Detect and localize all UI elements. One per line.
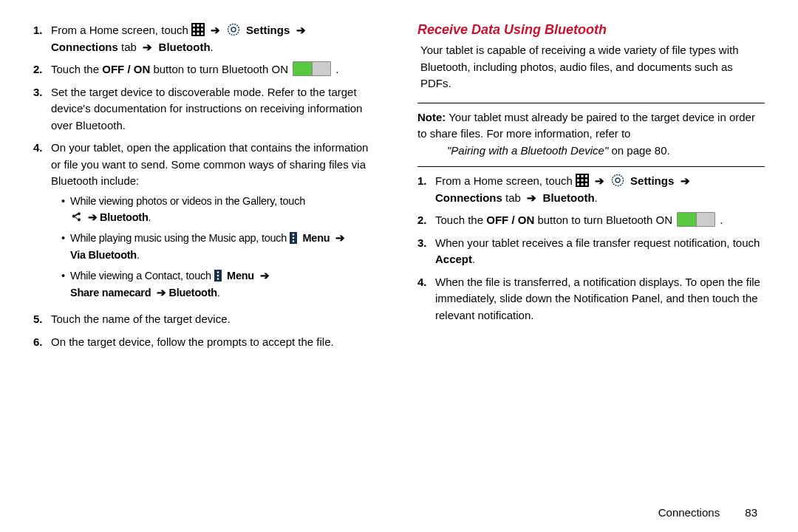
- page-footer: Connections 83: [658, 506, 757, 519]
- svg-rect-8: [197, 33, 200, 35]
- via-bluetooth-label: Via Bluetooth: [70, 249, 137, 261]
- note-label: Note:: [417, 111, 446, 123]
- svg-rect-25: [582, 180, 584, 182]
- svg-rect-22: [582, 175, 584, 177]
- step-number: 4.: [417, 274, 435, 324]
- svg-rect-21: [577, 175, 579, 177]
- step-number: 2.: [417, 212, 435, 229]
- step-number: 2.: [33, 61, 51, 78]
- text: While playing music using the Music app,…: [70, 232, 290, 244]
- step-number: 1.: [417, 173, 435, 206]
- arrow: ➔: [157, 287, 166, 299]
- right-column: Receive Data Using Bluetooth Your tablet…: [417, 22, 765, 525]
- arrow: ➔: [88, 211, 98, 223]
- bluetooth-label: Bluetooth: [100, 211, 148, 223]
- apps-grid-icon: [191, 23, 205, 36]
- left-steps: 1. From a Home screen, touch ➔ Settings …: [33, 22, 381, 350]
- step-number: 5.: [33, 311, 51, 328]
- note-reference: "Pairing with a Bluetooth Device": [447, 144, 608, 157]
- step-number: 4.: [33, 140, 51, 305]
- arrow: ➔: [260, 270, 270, 282]
- svg-rect-7: [193, 33, 195, 35]
- share-namecard-label: Share namecard: [70, 287, 151, 299]
- menu-label: Menu: [303, 232, 330, 244]
- off-on-label: OFF / ON: [102, 63, 150, 75]
- step-5: 5. Touch the name of the target device.: [33, 311, 381, 328]
- tab-label: tab: [502, 191, 521, 204]
- svg-rect-5: [197, 29, 200, 31]
- svg-rect-29: [585, 183, 587, 185]
- svg-point-10: [228, 24, 239, 35]
- note-text: Your tablet must already be paired to th…: [417, 111, 755, 140]
- svg-rect-26: [585, 180, 587, 182]
- settings-label: Settings: [246, 24, 290, 36]
- step-4: 4. On your tablet, open the application …: [33, 140, 381, 305]
- step-2: 2. Touch the OFF / ON button to turn Blu…: [417, 212, 765, 229]
- svg-rect-2: [197, 24, 200, 27]
- svg-rect-1: [193, 24, 195, 27]
- arrow: ➔: [681, 174, 690, 187]
- text: On the target device, follow the prompts…: [51, 334, 381, 351]
- menu-dots-icon: [214, 270, 222, 282]
- settings-gear-icon: [611, 174, 624, 187]
- bluetooth-label: Bluetooth: [159, 41, 211, 53]
- bluetooth-label: Bluetooth: [543, 191, 595, 204]
- note-block: Note: Your tablet must already be paired…: [417, 109, 765, 160]
- accept-label: Accept: [435, 253, 472, 265]
- svg-rect-23: [585, 175, 587, 177]
- menu-dots-icon: [290, 232, 297, 244]
- arrow: ➔: [335, 232, 345, 244]
- toggle-on-icon: [293, 61, 331, 76]
- svg-point-30: [612, 175, 623, 186]
- svg-rect-9: [201, 33, 203, 35]
- step-1: 1. From a Home screen, touch ➔ Settings …: [417, 173, 765, 206]
- sub-bullet-2: While playing music using the Music app,…: [61, 230, 381, 263]
- share-icon: [70, 211, 82, 223]
- svg-rect-24: [577, 180, 579, 182]
- right-steps: 1. From a Home screen, touch ➔ Settings …: [417, 173, 765, 324]
- svg-rect-4: [193, 29, 195, 31]
- lead-paragraph: Your tablet is capable of receiving a wi…: [417, 42, 765, 92]
- svg-rect-28: [582, 183, 584, 185]
- text: From a Home screen, touch: [51, 24, 191, 36]
- step-3: 3. Set the target device to discoverable…: [33, 84, 381, 134]
- arrow: ➔: [143, 41, 152, 53]
- svg-point-13: [293, 234, 295, 236]
- apps-grid-icon: [576, 174, 589, 187]
- text: Touch the: [435, 214, 486, 226]
- step-4: 4. When the file is transferred, a notif…: [417, 274, 765, 324]
- footer-page-number: 83: [745, 506, 757, 519]
- text: button to turn Bluetooth ON: [534, 214, 675, 226]
- text: While viewing a Contact, touch: [70, 270, 214, 282]
- connections-label: Connections: [435, 191, 502, 204]
- svg-point-14: [293, 237, 295, 239]
- section-heading: Receive Data Using Bluetooth: [417, 22, 765, 38]
- svg-point-11: [231, 27, 236, 32]
- step-6: 6. On the target device, follow the prom…: [33, 334, 381, 351]
- bluetooth-label: Bluetooth: [168, 287, 216, 299]
- svg-rect-27: [577, 183, 579, 185]
- arrow: ➔: [211, 24, 220, 36]
- arrow: ➔: [296, 24, 306, 36]
- page-content: 1. From a Home screen, touch ➔ Settings …: [0, 0, 798, 532]
- arrow: ➔: [595, 174, 604, 187]
- svg-rect-3: [201, 24, 203, 27]
- text: Touch the name of the target device.: [51, 311, 381, 328]
- settings-label: Settings: [630, 174, 674, 187]
- text: From a Home screen, touch: [435, 174, 576, 187]
- svg-point-15: [293, 241, 295, 243]
- step-3: 3. When your tablet receives a file tran…: [417, 235, 765, 268]
- left-column: 1. From a Home screen, touch ➔ Settings …: [33, 22, 381, 525]
- horizontal-rule: [417, 166, 765, 167]
- toggle-on-icon: [677, 212, 715, 227]
- settings-gear-icon: [227, 23, 240, 36]
- text: When your tablet receives a file transfe…: [435, 236, 760, 249]
- svg-point-18: [216, 275, 219, 277]
- step-number: 6.: [33, 334, 51, 351]
- step-number: 3.: [417, 235, 435, 268]
- step-2: 2. Touch the OFF / ON button to turn Blu…: [33, 61, 381, 78]
- footer-section: Connections: [658, 506, 720, 519]
- svg-point-17: [216, 272, 219, 274]
- step-number: 1.: [33, 22, 51, 55]
- text: Set the target device to discoverable mo…: [51, 84, 381, 134]
